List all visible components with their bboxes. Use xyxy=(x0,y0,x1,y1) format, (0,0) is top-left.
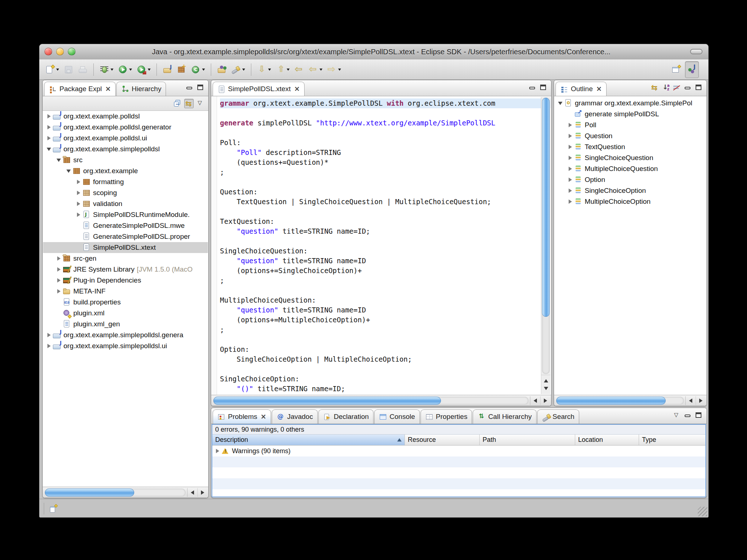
dropdown-arrow-icon[interactable] xyxy=(56,69,59,71)
outline-hscrollbar[interactable] xyxy=(554,395,707,406)
editor-code[interactable]: grammar org.xtext.example.SimplePollDSL … xyxy=(217,96,551,395)
tree-item-question[interactable]: Question xyxy=(554,131,706,141)
titlebar[interactable]: Java - org.xtext.example.simplepolldsl/s… xyxy=(39,44,708,60)
tree-item-build-properties[interactable]: build.properties xyxy=(43,297,208,308)
tree-item-org-xtext-example-simplepolldsl-genera[interactable]: org.xtext.example.simplepolldsl.genera xyxy=(43,330,208,341)
column-header-path[interactable]: Path xyxy=(480,435,575,445)
collapsed-arrow-icon[interactable] xyxy=(75,213,82,217)
tree-item-scoping[interactable]: scoping xyxy=(43,187,208,198)
tree-item-poll[interactable]: Poll xyxy=(554,120,706,131)
tree-item-src[interactable]: src xyxy=(43,155,208,166)
column-header-description[interactable]: Description xyxy=(212,435,405,445)
dropdown-arrow-icon[interactable] xyxy=(338,69,341,71)
collapsed-arrow-icon[interactable] xyxy=(566,156,574,160)
scroll-right-icon[interactable] xyxy=(197,488,208,497)
hscrollbar-thumb[interactable] xyxy=(556,397,666,405)
package-explorer-hscrollbar[interactable] xyxy=(43,487,208,498)
tree-item-generate-simplepolldsl[interactable]: generate simplePollDSL xyxy=(554,109,706,120)
tab-declaration[interactable]: Declaration xyxy=(318,409,374,424)
maximize-view-icon[interactable] xyxy=(539,83,548,93)
view-menu-icon[interactable] xyxy=(196,99,205,108)
collapsed-arrow-icon[interactable] xyxy=(566,199,574,204)
zoom-window-button[interactable] xyxy=(68,48,76,55)
tree-item-org-xtext-example-polldsl[interactable]: org.xtext.example.polldsl xyxy=(43,111,208,122)
collapse-all-icon[interactable] xyxy=(173,99,182,108)
tree-item-simplepolldsl-xtext[interactable]: SimplePollDSL.xtext xyxy=(43,242,208,253)
maximize-view-icon[interactable] xyxy=(694,411,704,420)
tab-outline[interactable]: Outline xyxy=(556,82,607,96)
minimize-view-icon[interactable] xyxy=(683,411,693,420)
tree-item-formatting[interactable]: formatting xyxy=(43,176,208,187)
scroll-left-icon[interactable] xyxy=(187,488,197,497)
tree-item-generatesimplepolldsl-proper[interactable]: GenerateSimplePollDSL.proper xyxy=(43,231,208,242)
collapsed-arrow-icon[interactable] xyxy=(55,289,62,293)
collapsed-arrow-icon[interactable] xyxy=(55,267,62,272)
tab-problems[interactable]: Problems xyxy=(213,409,271,424)
tree-item-multiplechoiceoption[interactable]: MultipleChoiceOption xyxy=(554,196,706,207)
hscrollbar-track[interactable] xyxy=(556,397,684,405)
hscrollbar-thumb[interactable] xyxy=(45,489,134,497)
vscrollbar-thumb[interactable] xyxy=(542,98,550,317)
collapsed-arrow-icon[interactable] xyxy=(45,344,53,348)
resize-grip-icon[interactable] xyxy=(698,507,707,516)
table-row-warnings-90-items[interactable]: Warnings (90 items) xyxy=(212,446,705,456)
java-perspective-button[interactable] xyxy=(685,61,699,78)
tree-item-option[interactable]: Option xyxy=(554,174,706,185)
tree-item-singlechoiceoption[interactable]: SingleChoiceOption xyxy=(554,185,706,196)
tree-item-grammar-org-xtext-example-simplepol[interactable]: grammar org.xtext.example.SimplePol xyxy=(554,98,706,109)
sort-icon[interactable] xyxy=(661,83,671,93)
close-window-button[interactable] xyxy=(44,48,52,55)
tree-item-multiplechoicequestion[interactable]: MultipleChoiceQuestion xyxy=(554,163,706,174)
close-tab-icon[interactable] xyxy=(105,85,111,93)
tree-item-org-xtext-example[interactable]: org.xtext.example xyxy=(43,166,208,176)
scroll-right-icon[interactable] xyxy=(696,396,706,405)
collapsed-arrow-icon[interactable] xyxy=(75,180,82,184)
dropdown-arrow-icon[interactable] xyxy=(111,69,113,71)
dropdown-arrow-icon[interactable] xyxy=(202,69,205,71)
expanded-arrow-icon[interactable] xyxy=(45,148,53,151)
collapsed-arrow-icon[interactable] xyxy=(45,125,53,129)
tab-properties[interactable]: Properties xyxy=(421,409,472,424)
collapsed-arrow-icon[interactable] xyxy=(566,167,574,171)
open-type-button[interactable] xyxy=(215,61,229,78)
collapsed-arrow-icon[interactable] xyxy=(566,178,574,182)
run-button[interactable] xyxy=(116,61,134,78)
previous-annotation-button[interactable] xyxy=(274,61,292,78)
dropdown-arrow-icon[interactable] xyxy=(129,69,132,71)
tab-console[interactable]: Console xyxy=(374,409,420,424)
back-button[interactable] xyxy=(306,61,325,78)
tree-item-plugin-xml-gen[interactable]: plugin.xml_gen xyxy=(43,319,208,330)
editor-vscrollbar[interactable] xyxy=(541,97,550,394)
maximize-view-icon[interactable] xyxy=(694,83,704,93)
new-java-package-button[interactable] xyxy=(175,61,189,78)
collapsed-arrow-icon[interactable] xyxy=(75,202,82,206)
tree-item-org-xtext-example-simplepolldsl[interactable]: org.xtext.example.simplepolldsl xyxy=(43,144,208,155)
tree-item-validation[interactable]: validation xyxy=(43,198,208,209)
tab-call-hierarchy[interactable]: Call Hierarchy xyxy=(473,409,536,424)
package-explorer-tree[interactable]: org.xtext.example.polldslorg.xtext.examp… xyxy=(43,111,208,487)
run-external-tools-button[interactable] xyxy=(135,61,153,78)
dropdown-arrow-icon[interactable] xyxy=(242,69,245,71)
hscrollbar-track[interactable] xyxy=(213,397,529,405)
open-perspective-button[interactable] xyxy=(669,61,683,78)
close-tab-icon[interactable] xyxy=(260,413,266,421)
dropdown-arrow-icon[interactable] xyxy=(320,69,322,71)
toolbar-toggle-button[interactable] xyxy=(690,49,703,54)
tab-search[interactable]: Search xyxy=(537,409,579,424)
collapsed-arrow-icon[interactable] xyxy=(55,278,62,283)
scroll-left-icon[interactable] xyxy=(530,396,540,405)
next-annotation-button[interactable] xyxy=(255,61,273,78)
collapsed-arrow-icon[interactable] xyxy=(45,114,53,118)
tree-item-src-gen[interactable]: src-gen xyxy=(43,253,208,264)
tab-javadoc[interactable]: Javadoc xyxy=(272,409,318,424)
tree-item-generatesimplepolldsl-mwe[interactable]: GenerateSimplePollDSL.mwe xyxy=(43,220,208,231)
tree-item-org-xtext-example-polldsl-generator[interactable]: org.xtext.example.polldsl.generator xyxy=(43,122,208,133)
dropdown-arrow-icon[interactable] xyxy=(287,69,290,71)
tab-hierarchy[interactable]: Hierarchy xyxy=(116,82,166,96)
scroll-right-icon[interactable] xyxy=(540,396,550,405)
tab-package-expl[interactable]: Package Expl xyxy=(44,82,116,96)
tree-item-simplepolldslruntimemodule[interactable]: SimplePollDSLRuntimeModule. xyxy=(43,209,208,220)
dropdown-arrow-icon[interactable] xyxy=(268,69,271,71)
expanded-arrow-icon[interactable] xyxy=(557,102,564,105)
collapsed-arrow-icon[interactable] xyxy=(566,134,574,138)
